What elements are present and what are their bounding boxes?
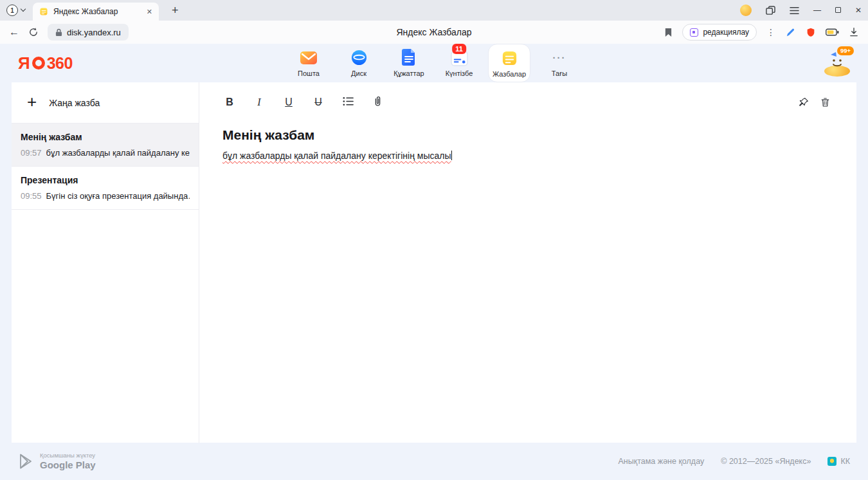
reload-button[interactable] xyxy=(28,27,39,37)
documents-icon xyxy=(400,48,418,66)
window-minimize-button[interactable]: — xyxy=(813,6,821,14)
bold-button[interactable]: B xyxy=(222,97,237,107)
google-play-label: Google Play xyxy=(40,459,96,471)
avatar-image xyxy=(824,66,850,77)
note-body-text: бұл жазбаларды қалай пайдалану керектігі… xyxy=(222,151,451,161)
service-notes[interactable]: Жазбалар xyxy=(488,44,530,82)
notes-icon xyxy=(500,49,518,67)
addressbar-right-controls: редакциялау ⋮ xyxy=(664,24,859,41)
url-text: disk.yandex.ru xyxy=(67,28,121,37)
tab-groups-icon[interactable] xyxy=(766,6,775,15)
window-close-button[interactable]: ✕ xyxy=(855,6,862,14)
disk-icon xyxy=(350,48,368,66)
pin-note-button[interactable] xyxy=(798,97,809,108)
edit-button-label: редакциялау xyxy=(703,28,749,37)
more-services-icon: ··· xyxy=(553,48,566,66)
window-maximize-button[interactable] xyxy=(835,6,841,14)
note-item-title: Менің жазбам xyxy=(21,132,190,142)
help-link[interactable]: Анықтама және қолдау xyxy=(619,457,705,466)
note-item-preview: Бүгін сіз оқуға презентация дайында… xyxy=(46,191,190,201)
italic-button[interactable]: I xyxy=(252,97,266,107)
editor-toolbar-right xyxy=(798,97,831,108)
note-item-preview: бұл жазбаларды қалай пайдалану ке… xyxy=(46,148,190,158)
notes-sidebar: + Жаңа жазба Менің жазбам 09:57 бұл жазб… xyxy=(12,82,199,443)
download-app-hint: Қосымшаны жүктеу xyxy=(40,452,96,459)
tab-list-button[interactable]: 1 xyxy=(6,5,25,16)
mail-icon xyxy=(300,48,318,66)
calendar-icon: 11 xyxy=(450,48,468,66)
plus-icon: + xyxy=(27,93,37,110)
copyright-text: © 2012—2025 «Яндекс» xyxy=(721,457,811,466)
language-code: КК xyxy=(840,457,850,466)
service-label: Тағы xyxy=(552,69,567,77)
logo-360-text: 360 xyxy=(47,55,73,71)
browser-tab[interactable]: Яндекс Жазбалар ✕ xyxy=(33,3,159,21)
user-avatar[interactable]: 99+ xyxy=(824,49,850,77)
attach-file-button[interactable] xyxy=(370,95,384,109)
note-list-item[interactable]: Менің жазбам 09:57 бұл жазбаларды қалай … xyxy=(12,124,199,167)
browser-address-bar: ← disk.yandex.ru Яндекс Жазбалар редакци… xyxy=(0,21,868,44)
notes-main-panel: + Жаңа жазба Менің жазбам 09:57 бұл жазб… xyxy=(12,82,856,443)
service-label: Диск xyxy=(351,69,366,77)
text-cursor xyxy=(451,151,452,160)
note-list-item[interactable]: Презентация 09:55 Бүгін сіз оқуға презен… xyxy=(12,167,199,210)
lock-icon xyxy=(55,28,62,37)
footer-right: Анықтама және қолдау © 2012—2025 «Яндекс… xyxy=(619,457,850,466)
service-label: Күнтізбе xyxy=(446,69,473,77)
maximize-icon xyxy=(835,7,841,13)
back-button[interactable]: ← xyxy=(9,27,19,37)
new-note-label: Жаңа жазба xyxy=(49,98,100,108)
note-title-field[interactable]: Менің жазбам xyxy=(222,127,831,143)
url-field[interactable]: disk.yandex.ru xyxy=(48,24,129,41)
note-item-time: 09:57 xyxy=(21,148,42,158)
edit-mode-button[interactable]: редакциялау xyxy=(682,24,757,41)
more-options-icon[interactable]: ⋮ xyxy=(766,27,775,37)
yandex-notes-app: Я 360 Пошта Диск Құжаттар xyxy=(0,44,868,480)
tabstrip-right-controls: — ✕ xyxy=(740,5,862,16)
strikethrough-button[interactable]: U xyxy=(311,97,325,107)
yandex-360-logo[interactable]: Я 360 xyxy=(18,55,73,71)
download-icon[interactable] xyxy=(849,27,859,37)
service-label: Жазбалар xyxy=(493,70,526,78)
service-label: Құжаттар xyxy=(393,69,424,77)
protect-shield-icon[interactable] xyxy=(806,27,816,38)
tab-close-icon[interactable]: ✕ xyxy=(147,8,152,16)
edit-badge-icon xyxy=(690,28,698,37)
note-editor: B I U U Менің жаз xyxy=(199,82,856,443)
new-note-button[interactable]: + Жаңа жазба xyxy=(12,82,199,124)
service-disk[interactable]: Диск xyxy=(338,44,380,81)
logo-ring-icon xyxy=(32,57,45,69)
service-more[interactable]: ··· Тағы xyxy=(538,44,581,81)
notification-badge: 99+ xyxy=(836,45,855,57)
service-mail[interactable]: Пошта xyxy=(287,44,330,81)
note-item-title: Презентация xyxy=(21,175,190,185)
app-footer: Қосымшаны жүктеу Google Play Анықтама жә… xyxy=(0,443,868,480)
battery-icon[interactable] xyxy=(826,28,839,36)
google-play-link[interactable]: Қосымшаны жүктеу Google Play xyxy=(18,452,96,470)
tab-title: Яндекс Жазбалар xyxy=(53,7,141,16)
page-title: Яндекс Жазбалар xyxy=(231,27,637,37)
tab-count-badge: 1 xyxy=(6,5,18,16)
bookmark-icon[interactable] xyxy=(664,28,673,37)
new-tab-button[interactable]: + xyxy=(168,4,183,17)
profile-avatar-mini[interactable] xyxy=(740,5,752,16)
service-calendar[interactable]: 11 Күнтізбе xyxy=(438,44,480,81)
bullet-list-button[interactable] xyxy=(341,95,355,109)
service-switcher: Пошта Диск Құжаттар 11 Күнтізбе xyxy=(287,44,581,82)
language-flag-icon xyxy=(827,457,836,466)
notes-favicon-icon xyxy=(39,7,48,16)
delete-note-button[interactable] xyxy=(820,97,831,108)
browser-tab-strip: 1 Яндекс Жазбалар ✕ + — ✕ xyxy=(0,0,868,21)
note-body-field[interactable]: бұл жазбаларды қалай пайдалану керектігі… xyxy=(222,151,831,161)
menu-icon[interactable] xyxy=(790,6,799,15)
calendar-badge: 11 xyxy=(452,44,466,54)
language-switcher[interactable]: КК xyxy=(827,457,850,466)
service-label: Пошта xyxy=(298,69,320,77)
note-item-time: 09:55 xyxy=(21,191,42,201)
service-docs[interactable]: Құжаттар xyxy=(388,44,430,81)
google-play-icon xyxy=(18,453,33,470)
editor-toolbar: B I U U xyxy=(222,91,831,113)
underline-button[interactable]: U xyxy=(282,97,296,107)
pencil-icon[interactable] xyxy=(785,27,796,38)
logo-ya-letter: Я xyxy=(18,55,30,71)
